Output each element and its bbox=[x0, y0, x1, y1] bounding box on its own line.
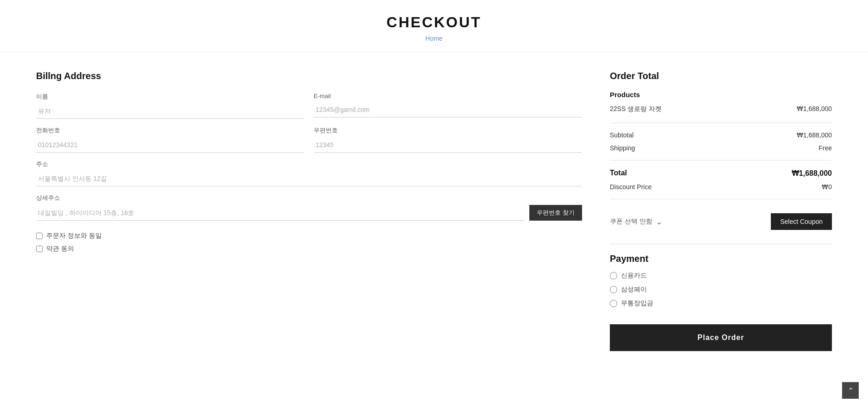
page-title: CHECKOUT bbox=[0, 14, 868, 31]
product-name: 22SS 생로랑 자켓 bbox=[610, 105, 662, 113]
terms-checkbox[interactable] bbox=[36, 246, 43, 252]
discount-value: ₩0 bbox=[822, 183, 832, 191]
checkbox-group: 주문자 정보와 동일 약관 동의 bbox=[36, 232, 582, 253]
divider-3 bbox=[610, 199, 832, 199]
zipcode-group: 우편번호 bbox=[314, 126, 582, 153]
total-label: Total bbox=[610, 169, 627, 178]
payment-option-transfer[interactable]: 무통장입금 bbox=[610, 299, 832, 308]
zipcode-search-button[interactable]: 우편번호 찾기 bbox=[529, 205, 582, 221]
address-label: 주소 bbox=[36, 160, 582, 168]
name-group: 이름 bbox=[36, 93, 304, 119]
billing-section-title: Billng Address bbox=[36, 71, 582, 81]
payment-title: Payment bbox=[610, 253, 832, 264]
email-label: E-mail bbox=[314, 93, 582, 99]
order-info-checkbox-label[interactable]: 주문자 정보와 동일 bbox=[36, 232, 582, 240]
name-input[interactable] bbox=[36, 104, 304, 119]
detail-address-input[interactable] bbox=[36, 205, 525, 221]
detail-address-group: 상세주소 우편번호 찾기 bbox=[36, 194, 582, 221]
select-coupon-button[interactable]: Select Coupon bbox=[771, 213, 832, 230]
terms-label: 약관 동의 bbox=[46, 245, 74, 253]
discount-label: Discount Price bbox=[610, 183, 651, 191]
zipcode-input[interactable] bbox=[314, 137, 582, 153]
total-value: ₩1,688,000 bbox=[792, 169, 832, 178]
subtotal-label: Subtotal bbox=[610, 131, 633, 139]
email-group: E-mail bbox=[314, 93, 582, 119]
subtotal-value: ₩1,688,000 bbox=[797, 131, 832, 139]
payment-credit-label: 신용카드 bbox=[621, 272, 647, 280]
coupon-placeholder: 쿠폰 선택 안함 bbox=[610, 217, 652, 226]
divider-1 bbox=[610, 123, 832, 123]
payment-transfer-label: 무통장입금 bbox=[621, 299, 653, 308]
shipping-row: Shipping Free bbox=[610, 142, 832, 155]
order-info-checkbox[interactable] bbox=[36, 233, 43, 239]
address-input[interactable] bbox=[36, 171, 582, 186]
name-email-row: 이름 E-mail bbox=[36, 93, 582, 126]
payment-samsung-label: 삼성페이 bbox=[621, 285, 647, 294]
phone-group: 전화번호 bbox=[36, 126, 304, 153]
payment-option-samsung[interactable]: 삼성페이 bbox=[610, 285, 832, 294]
payment-radio-credit[interactable] bbox=[610, 272, 617, 279]
payment-section: Payment 신용카드 삼성페이 무통장입금 Place Order bbox=[610, 253, 832, 351]
zipcode-label: 우편번호 bbox=[314, 126, 582, 135]
breadcrumb-link[interactable]: Home bbox=[425, 35, 442, 42]
email-input[interactable] bbox=[314, 102, 582, 117]
divider-2 bbox=[610, 160, 832, 161]
coupon-select-dropdown[interactable]: 쿠폰 선택 안함 ⌄ bbox=[610, 217, 662, 226]
detail-address-row: 우편번호 찾기 bbox=[36, 205, 582, 221]
discount-row: Discount Price ₩0 bbox=[610, 180, 832, 193]
name-label: 이름 bbox=[36, 93, 304, 101]
address-group: 주소 bbox=[36, 160, 582, 186]
products-section: Products 22SS 생로랑 자켓 ₩1,688,000 bbox=[610, 91, 832, 115]
phone-input[interactable] bbox=[36, 137, 304, 153]
subtotal-row: Subtotal ₩1,688,000 bbox=[610, 129, 832, 142]
coupon-section: 쿠폰 선택 안함 ⌄ Select Coupon bbox=[610, 209, 832, 235]
place-order-button[interactable]: Place Order bbox=[610, 324, 832, 351]
phone-label: 전화번호 bbox=[36, 126, 304, 135]
product-row: 22SS 생로랑 자켓 ₩1,688,000 bbox=[610, 103, 832, 115]
scroll-top-button[interactable]: ⌃ bbox=[842, 382, 859, 399]
product-price: ₩1,688,000 bbox=[797, 105, 832, 113]
shipping-label: Shipping bbox=[610, 144, 635, 152]
phone-zip-row: 전화번호 우편번호 bbox=[36, 126, 582, 160]
order-total-title: Order Total bbox=[610, 71, 832, 81]
divider-4 bbox=[610, 244, 832, 244]
payment-radio-samsung[interactable] bbox=[610, 286, 617, 293]
payment-option-credit[interactable]: 신용카드 bbox=[610, 272, 832, 280]
detail-address-label: 상세주소 bbox=[36, 194, 582, 202]
chevron-down-icon: ⌄ bbox=[656, 217, 662, 226]
payment-radio-transfer[interactable] bbox=[610, 300, 617, 307]
products-label: Products bbox=[610, 91, 832, 99]
order-info-label: 주문자 정보와 동일 bbox=[46, 232, 102, 240]
shipping-value: Free bbox=[818, 144, 832, 152]
terms-checkbox-label[interactable]: 약관 동의 bbox=[36, 245, 582, 253]
order-summary-panel: Order Total Products 22SS 생로랑 자켓 ₩1,688,… bbox=[610, 71, 832, 351]
page-header: CHECKOUT Home bbox=[0, 0, 868, 52]
main-content: Billng Address 이름 E-mail 전화번호 우편번호 주소 bbox=[18, 52, 850, 370]
scroll-top-icon: ⌃ bbox=[848, 386, 854, 395]
billing-form-panel: Billng Address 이름 E-mail 전화번호 우편번호 주소 bbox=[36, 71, 582, 351]
total-row: Total ₩1,688,000 bbox=[610, 166, 832, 180]
